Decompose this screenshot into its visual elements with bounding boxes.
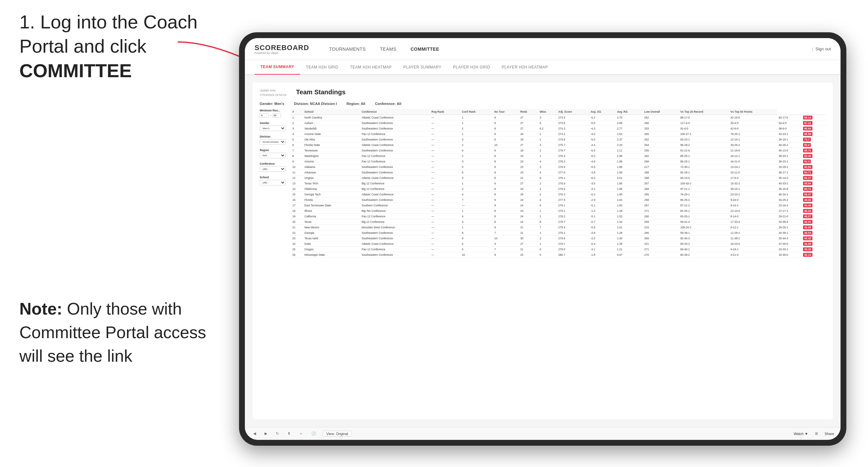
toolbar-back[interactable]: ◀ <box>251 431 258 436</box>
nav-teams[interactable]: TEAMS <box>373 38 403 60</box>
toolbar-share-icon[interactable]: ⬆ <box>285 431 292 436</box>
table-cell: 4-21-0 <box>729 252 777 258</box>
table-cell: 2.88 <box>615 121 643 126</box>
table-cell: 3 <box>538 143 557 148</box>
min-rounds-filter: Minimum Rou... – <box>260 109 285 118</box>
sign-out[interactable]: | Sign out <box>812 46 831 51</box>
table-cell: 42-16-0 <box>729 115 777 121</box>
th-reg-rank: Reg Rank <box>430 109 460 115</box>
region-select[interactable]: N/A <box>260 153 285 158</box>
toolbar-bookmark[interactable]: ＋ <box>297 431 305 437</box>
table-cell: 267 <box>643 181 678 186</box>
left-filters: Minimum Rou... – Gender Men's Wom <box>260 109 285 411</box>
table-cell: 86-25-1 <box>679 153 729 159</box>
table-cell: 27-17-1 <box>777 208 801 214</box>
table-cell: 258 <box>643 197 678 203</box>
th-avg-rd: Avg. Rd. <box>615 109 643 115</box>
table-cell: 9 <box>291 159 303 164</box>
table-cell: 280.7 <box>557 252 589 258</box>
table-cell: 18 <box>519 137 538 143</box>
gender-select[interactable]: Men's Women's <box>260 126 285 131</box>
table-cell: 79-25-1 <box>729 131 777 137</box>
table-cell: 83-15-0 <box>679 175 729 181</box>
filter-row: Gender: Men's Division: NCAA Division I … <box>260 102 826 105</box>
table-cell: 275.7 <box>557 143 589 148</box>
table-cell: 89.13 <box>802 115 826 121</box>
table-cell: Southeastern Conference <box>360 230 430 236</box>
share-button[interactable]: Share <box>825 432 834 436</box>
table-cell: 1.39 <box>615 241 643 247</box>
table-cell: — <box>430 121 460 126</box>
sub-nav-team-h2h-heatmap[interactable]: TEAM H2H HEATMAP <box>344 60 397 74</box>
watch-button[interactable]: Watch ▼ <box>794 432 808 436</box>
view-original-button[interactable]: View: Original <box>323 431 352 437</box>
table-cell: 10 <box>493 236 519 241</box>
table-cell: 87.21 <box>802 121 826 126</box>
table-cell: 59-41-4 <box>679 219 729 225</box>
nav-tournaments[interactable]: TOURNAMENTS <box>322 38 373 60</box>
table-cell: 2.52 <box>615 131 643 137</box>
table-cell: 27 <box>519 115 538 121</box>
sub-nav-team-h2h-grid[interactable]: TEAM H2H GRID <box>300 60 344 74</box>
table-cell: 3 <box>460 159 493 164</box>
division-filter: Division NCAA Division I <box>260 135 285 145</box>
table-cell: — <box>430 186 460 192</box>
table-cell: Illinois <box>303 208 360 214</box>
table-cell: 8 <box>538 219 557 225</box>
table-row: 2AuburnSoutheastern Conference—19276273.… <box>291 121 826 126</box>
max-input[interactable] <box>272 113 281 118</box>
table-cell: 7 <box>460 197 493 203</box>
division-select[interactable]: NCAA Division I <box>260 139 285 145</box>
conference-filter: Conference (All) <box>260 162 285 172</box>
logo-scoreboard: SCOREBOARD <box>254 43 309 52</box>
table-cell: Georgia <box>303 230 360 236</box>
table-cell: 30 <box>519 236 538 241</box>
toolbar-forward[interactable]: ▶ <box>262 431 269 436</box>
table-cell: Texas A&M <box>303 236 360 241</box>
table-cell: 274.3 <box>557 126 589 131</box>
table-cell: 27 <box>519 143 538 148</box>
toolbar-time[interactable]: 🕐 <box>309 431 318 436</box>
table-row: 21New MexicoMountain West Conference—192… <box>291 225 826 230</box>
sub-nav-player-h2h-heatmap[interactable]: PLAYER H2H HEATMAP <box>496 60 554 74</box>
table-cell: 46-24-1 <box>777 192 801 197</box>
toolbar-refresh[interactable]: ↻ <box>274 431 281 436</box>
table-cell: -3.1 <box>589 247 615 252</box>
table-cell: 217 <box>643 164 678 170</box>
table-cell: 21 <box>519 247 538 252</box>
table-cell: 10-23-0 <box>729 241 777 247</box>
table-cell: 33-25-2 <box>729 143 777 148</box>
table-cell: 59.47 <box>802 192 826 197</box>
table-cell: 60-39-2 <box>679 252 729 258</box>
table-cell: 2 <box>538 181 557 186</box>
table-cell: 26 <box>291 252 303 258</box>
table-cell: 97-21-1 <box>679 186 729 192</box>
table-cell: Atlantic Coast Conference <box>360 115 430 121</box>
table-cell: — <box>430 175 460 181</box>
table-cell: 8 <box>493 186 519 192</box>
table-cell: 260 <box>643 121 678 126</box>
table-cell: Southeastern Conference <box>360 252 430 258</box>
table-cell: 1.28 <box>615 208 643 214</box>
table-row: 13Texas TechBig 12 Conference—19272276.9… <box>291 181 826 186</box>
min-input[interactable] <box>260 113 269 118</box>
table-cell: 63-17-0 <box>777 115 801 121</box>
nav-committee[interactable]: COMMITTEE <box>403 38 446 60</box>
table-cell: 9-19-1 <box>729 247 777 252</box>
th-wins: Wins <box>538 109 557 115</box>
table-cell: — <box>430 192 460 197</box>
sub-nav-player-h2h-grid[interactable]: PLAYER H2H GRID <box>447 60 496 74</box>
sub-nav-player-summary[interactable]: PLAYER SUMMARY <box>398 60 447 74</box>
sub-nav-team-summary[interactable]: TEAM SUMMARY <box>254 60 300 74</box>
toolbar-screenshot[interactable]: ⊞ <box>813 431 820 436</box>
table-cell: 6.2 <box>538 126 557 131</box>
table-cell: 8 <box>493 252 519 258</box>
table-cell: 8 <box>493 164 519 170</box>
table-cell: 18-12-1 <box>729 153 777 159</box>
table-cell: 66-40-1 <box>679 247 729 252</box>
table-cell: 1 <box>538 137 557 143</box>
table-row: 6Florida StateAtlantic Coast Conference—… <box>291 143 826 148</box>
table-cell: Oregon <box>303 247 360 252</box>
school-select[interactable]: (All) <box>260 180 285 185</box>
conference-select[interactable]: (All) <box>260 166 285 172</box>
